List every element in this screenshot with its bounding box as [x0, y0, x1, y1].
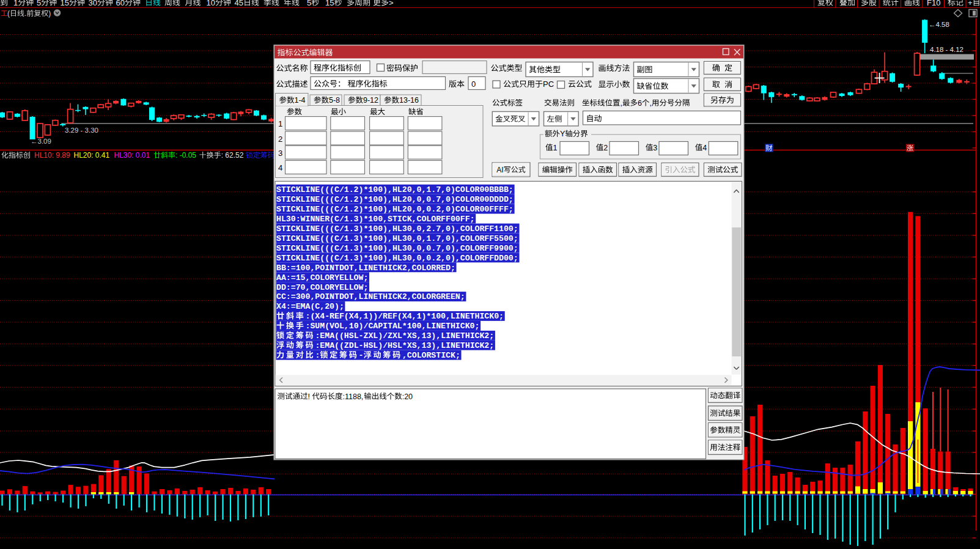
svg-text:60: 60	[116, 0, 125, 7]
svg-text:STICKLINE(((C/1.3)*100),HL30,0: STICKLINE(((C/1.3)*100),HL30,0,0.2,0),CO…	[276, 254, 518, 263]
svg-text:1: 1	[13, 0, 18, 7]
svg-text:15: 15	[61, 0, 69, 7]
svg-text:10: 10	[207, 0, 215, 7]
svg-text:STICKLINE(((C/1.2)*100),HL20,0: STICKLINE(((C/1.2)*100),HL20,0,0.7,0)COL…	[276, 195, 514, 204]
svg-text:,: ,	[649, 99, 651, 108]
svg-text:!: !	[308, 392, 310, 401]
svg-text:4.18 - 4.12: 4.18 - 4.12	[930, 46, 963, 53]
svg-text:STICKLINE(((C/1.3)*100),HL30,0: STICKLINE(((C/1.3)*100),HL30,0,0.7,0),CO…	[276, 244, 518, 253]
svg-text::EMA((ZDL-HSL)/HSL*XS,13),LINE: :EMA((ZDL-HSL)/HSL*XS,13),LINETHICK2;	[315, 341, 494, 350]
svg-text:5: 5	[307, 0, 311, 7]
svg-text:1: 1	[553, 144, 558, 152]
svg-text:HL30:WINNER(C/1.3)*100,STICK,C: HL30:WINNER(C/1.3)*100,STICK,COLORFF00FF…	[276, 215, 474, 224]
svg-text:STICKLINE(((C/1.3)*100),HL30,0: STICKLINE(((C/1.3)*100),HL30,0,2.7,0),CO…	[276, 224, 518, 234]
svg-text:CC:=300,POINTDOT,LINETHICK2,CO: CC:=300,POINTDOT,LINETHICK2,COLORGREEN;	[276, 292, 465, 301]
svg-text:HL30: 0.01: HL30: 0.01	[114, 151, 150, 160]
svg-text:AI: AI	[496, 166, 503, 174]
svg-text::SUM(VOL,10)/CAPITAL*100,LINET: :SUM(VOL,10)/CAPITAL*100,LINETHICK0;	[306, 322, 480, 331]
svg-text:STICKLINE(((C/1.2)*100),HL20,0: STICKLINE(((C/1.2)*100),HL20,0,0.2,0)COL…	[276, 205, 514, 214]
svg-text::1188,: :1188,	[343, 392, 364, 401]
svg-text::EMA((HSL-ZXL)/ZXL*XS,13),LINE: :EMA((HSL-ZXL)/ZXL*XS,13),LINETHICK2;	[315, 331, 494, 341]
svg-text:,: ,	[621, 99, 622, 108]
svg-text:STICKLINE(((C/1.3)*100),HL30,0: STICKLINE(((C/1.3)*100),HL30,0,1.7,0),CO…	[276, 234, 518, 243]
svg-text:4: 4	[702, 144, 707, 152]
svg-text:: 62.52: : 62.52	[221, 151, 244, 160]
svg-text:Y: Y	[560, 130, 566, 138]
svg-text:X4:=EMA(C,20);: X4:=EMA(C,20);	[276, 302, 344, 311]
svg-text:PC: PC	[543, 79, 554, 89]
svg-text:9-12: 9-12	[363, 96, 378, 105]
svg-text:6: 6	[638, 99, 642, 108]
svg-text:): )	[48, 9, 51, 18]
svg-text:3: 3	[653, 144, 657, 152]
svg-text:HL20: 0.41: HL20: 0.41	[74, 151, 110, 160]
svg-text:30: 30	[89, 0, 97, 7]
svg-text:←3.09: ←3.09	[31, 138, 51, 145]
svg-text:2: 2	[603, 144, 608, 152]
svg-text:4: 4	[278, 163, 282, 172]
svg-text:,COLORSTICK;: ,COLORSTICK;	[402, 351, 460, 360]
svg-text:AA:=15,COLORYELLOW;: AA:=15,COLORYELLOW;	[276, 273, 368, 282]
svg-text::: :	[315, 351, 320, 360]
svg-text:45: 45	[235, 0, 243, 7]
svg-text:+: +	[968, 0, 973, 7]
svg-text:-: -	[359, 351, 364, 360]
svg-text:5: 5	[37, 0, 41, 7]
svg-text:BB:=100,POINTDOT,LINETHICK2,CO: BB:=100,POINTDOT,LINETHICK2,COLORRED;	[276, 263, 455, 273]
svg-text:3: 3	[278, 149, 282, 158]
svg-text:.: .	[24, 9, 26, 18]
svg-text::(X4-REF(X4,1))/REF(X4,1)*100,: :(X4-REF(X4,1))/REF(X4,1)*100,LINETHICK0…	[306, 312, 504, 321]
svg-text:>: >	[389, 0, 394, 7]
svg-text::20: :20	[402, 392, 413, 401]
svg-text:HL10: 9.89: HL10: 9.89	[34, 151, 70, 160]
svg-text:: -0.05: : -0.05	[175, 151, 196, 160]
svg-text:1-4: 1-4	[295, 96, 306, 105]
svg-text:←4.58: ←4.58	[929, 21, 949, 28]
svg-text:1: 1	[278, 119, 282, 128]
svg-text:0: 0	[471, 79, 476, 89]
svg-text:5-8: 5-8	[329, 96, 340, 105]
svg-text:F10: F10	[927, 0, 940, 7]
svg-text:3.29 - 3.30: 3.29 - 3.30	[65, 127, 98, 134]
svg-text:DD:=70,COLORYELLOW;: DD:=70,COLORYELLOW;	[276, 283, 368, 292]
svg-text:2: 2	[278, 134, 282, 144]
svg-text:13-16: 13-16	[399, 96, 419, 105]
svg-text:STICKLINE(((C/1.2)*100),HL20,0: STICKLINE(((C/1.2)*100),HL20,0,1.7,0)COL…	[276, 185, 514, 194]
svg-text:(: (	[7, 9, 10, 18]
svg-text:15: 15	[325, 0, 334, 7]
